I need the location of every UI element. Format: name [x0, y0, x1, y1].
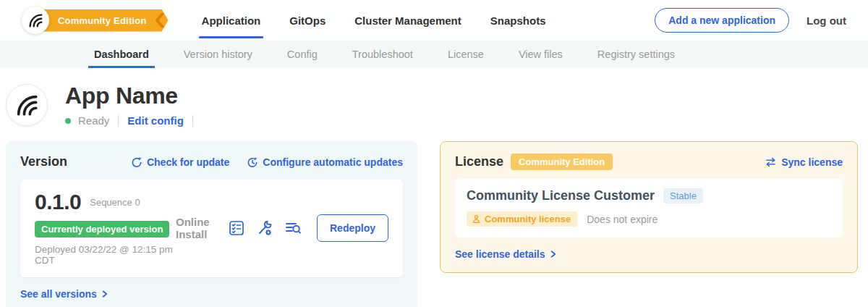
install-type-label: Online Install	[176, 216, 214, 240]
nav-gitops[interactable]: GitOps	[289, 14, 326, 27]
view-diff-icon[interactable]	[284, 219, 302, 237]
header-right: Add a new application Log out	[655, 8, 846, 33]
chevron-right-icon	[101, 290, 109, 298]
version-card-actions: Check for update Configure automatic upd…	[131, 156, 403, 168]
see-license-details-link[interactable]: See license details	[455, 248, 557, 260]
tab-license[interactable]: License	[448, 41, 484, 68]
app-subnav: Dashboard Version history Config Trouble…	[0, 41, 868, 68]
version-card: Version Check for update Configure au	[6, 141, 417, 307]
refresh-icon	[131, 156, 142, 168]
ribbon-notch-icon	[156, 13, 165, 28]
tab-version-history[interactable]: Version history	[184, 41, 252, 68]
divider	[118, 115, 119, 127]
app-status-row: Ready Edit config	[65, 114, 195, 127]
edit-config-gear-icon[interactable]	[256, 219, 273, 237]
deployed-timestamp: Deployed 03/22/22 @ 12:15 pm CDT	[35, 244, 176, 266]
redeploy-button[interactable]: Redeploy	[317, 214, 388, 242]
person-icon	[472, 214, 481, 224]
see-all-versions-link[interactable]: See all versions	[20, 288, 109, 300]
app-header: App Name Ready Edit config	[0, 68, 868, 135]
see-license-details-label: See license details	[455, 248, 545, 260]
nav-cluster-management[interactable]: Cluster Management	[354, 14, 461, 27]
community-edition-label: Community Edition	[58, 15, 147, 26]
nav-snapshots[interactable]: Snapshots	[490, 14, 546, 27]
community-edition-badge: Community Edition	[511, 154, 613, 170]
community-edition-ribbon: Community Edition	[32, 9, 169, 32]
deployed-badge: Currently deployed version	[35, 221, 169, 237]
channel-badge: Stable	[663, 188, 703, 203]
tab-config[interactable]: Config	[287, 41, 318, 68]
app-logo-icon	[6, 84, 48, 126]
brand-logo: Community Edition	[22, 7, 169, 34]
check-for-update-link[interactable]: Check for update	[131, 156, 229, 168]
app-title-block: App Name Ready Edit config	[65, 83, 195, 127]
check-for-update-label: Check for update	[147, 156, 229, 168]
license-expiry: Does not expire	[587, 214, 658, 225]
license-type-label: Community license	[485, 214, 571, 224]
nav-application[interactable]: Application	[202, 14, 261, 27]
auto-update-clock-icon	[247, 156, 258, 168]
license-card-title: License	[455, 154, 503, 169]
configure-automatic-updates-label: Configure automatic updates	[263, 156, 403, 168]
main-nav: Application GitOps Cluster Management Sn…	[202, 14, 546, 27]
see-all-versions-label: See all versions	[20, 288, 97, 300]
tab-troubleshoot[interactable]: Troubleshoot	[352, 41, 413, 68]
version-number: 0.1.0	[35, 190, 81, 214]
license-card: License Community Edition Sync license C…	[440, 141, 858, 273]
preflight-checks-icon[interactable]	[228, 219, 245, 237]
configure-automatic-updates-link[interactable]: Configure automatic updates	[247, 156, 403, 168]
version-card-title: Version	[20, 154, 67, 169]
dashboard-cards: Version Check for update Configure au	[0, 135, 868, 307]
tab-dashboard[interactable]: Dashboard	[94, 41, 149, 68]
version-card-header: Version Check for update Configure au	[20, 154, 403, 169]
license-customer-name: Community License Customer	[467, 188, 655, 203]
tab-registry-settings[interactable]: Registry settings	[597, 41, 675, 68]
license-card-header: License Community Edition Sync license	[455, 154, 843, 170]
status-badge: Ready	[78, 114, 109, 127]
replicated-logo-icon	[22, 7, 49, 34]
license-info-box: Community License Customer Stable Commun…	[455, 179, 843, 237]
chevron-right-icon	[549, 250, 557, 258]
page-title: App Name	[65, 83, 195, 109]
current-version-box: 0.1.0 Sequence 0 Currently deployed vers…	[20, 180, 403, 277]
add-new-application-button[interactable]: Add a new application	[655, 8, 789, 33]
version-info: 0.1.0 Sequence 0 Currently deployed vers…	[35, 190, 176, 266]
version-actions: Online Install	[176, 214, 388, 242]
status-dot-icon	[65, 118, 71, 124]
divider	[192, 115, 193, 127]
license-type-badge: Community license	[467, 211, 577, 227]
sync-license-label: Sync license	[781, 156, 843, 168]
top-header: Community Edition Application GitOps Clu…	[0, 0, 868, 41]
sync-icon	[765, 156, 777, 168]
edit-config-link[interactable]: Edit config	[127, 114, 184, 127]
tab-view-files[interactable]: View files	[519, 41, 563, 68]
sync-license-link[interactable]: Sync license	[765, 156, 843, 168]
sequence-label: Sequence 0	[90, 197, 140, 208]
logout-link[interactable]: Log out	[807, 14, 846, 27]
